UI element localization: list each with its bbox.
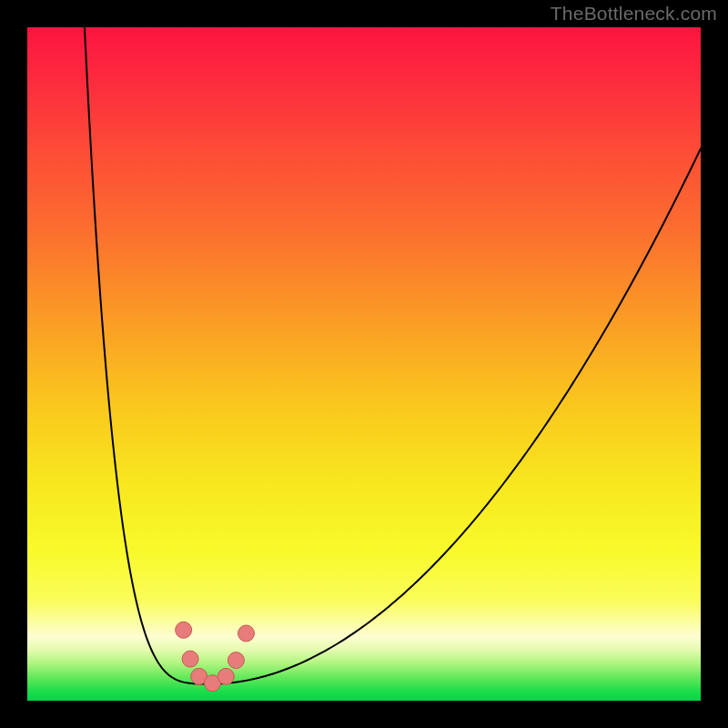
- curve-marker: [176, 622, 192, 638]
- curve-marker: [217, 668, 234, 684]
- chart-plot: [27, 27, 701, 701]
- curve-marker: [238, 625, 255, 642]
- curve-marker: [228, 652, 244, 669]
- watermark-text: TheBottleneck.com: [551, 3, 717, 25]
- bottleneck-curve: [85, 27, 701, 684]
- curve-marker: [182, 651, 198, 667]
